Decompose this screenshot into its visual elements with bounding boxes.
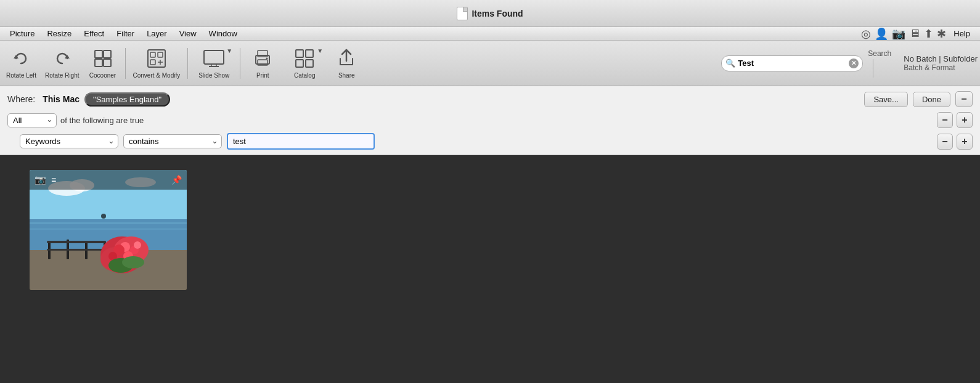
svg-point-44 bbox=[134, 241, 141, 249]
svg-rect-7 bbox=[150, 52, 155, 57]
menu-window[interactable]: Window bbox=[204, 28, 242, 39]
thumbnail-overlay: 📷 ≡ 📌 bbox=[30, 170, 187, 190]
svg-rect-12 bbox=[204, 50, 224, 64]
menu-bar: Picture Resize Effect Filter Layer View … bbox=[0, 27, 980, 41]
svg-rect-36 bbox=[47, 249, 106, 251]
rule-value-input[interactable] bbox=[227, 133, 375, 150]
collapse-button[interactable]: − bbox=[955, 91, 973, 107]
where-label: Where: bbox=[7, 94, 35, 104]
menu-layer[interactable]: Layer bbox=[142, 28, 172, 39]
thumbnail-list-icon: ≡ bbox=[51, 175, 56, 185]
save-button[interactable]: Save... bbox=[864, 92, 907, 107]
menu-filter[interactable]: Filter bbox=[112, 28, 139, 39]
filter-bar: Where: This Mac "Samples England" Save..… bbox=[0, 86, 980, 155]
share-label: Share bbox=[338, 72, 355, 79]
album-tag-button[interactable]: "Samples England" bbox=[84, 92, 170, 107]
toolbar-sep-3 bbox=[240, 48, 240, 79]
condition-plus-minus: − + bbox=[937, 112, 973, 128]
filter-action-buttons: Save... Done − bbox=[864, 91, 973, 107]
cocooner-label: Cocooner bbox=[89, 72, 116, 79]
svg-point-48 bbox=[101, 214, 106, 219]
person-icon[interactable]: 👤 bbox=[875, 27, 888, 41]
svg-rect-29 bbox=[30, 228, 187, 230]
share-button[interactable]: Share bbox=[328, 42, 365, 84]
condition-minus-button[interactable]: − bbox=[937, 112, 953, 128]
keywords-select-wrapper: Keywords Name Date Rating Comment bbox=[20, 134, 118, 148]
toolbar-right: 🔍 ✕ Search No Batch | Subfolder Batch & … bbox=[721, 42, 978, 84]
svg-rect-21 bbox=[296, 60, 303, 67]
svg-rect-22 bbox=[306, 60, 313, 67]
search-input[interactable] bbox=[738, 58, 846, 68]
catalog-button[interactable]: ▼ Catalog bbox=[282, 42, 327, 84]
target-icon[interactable]: ◎ bbox=[861, 27, 871, 41]
slide-show-label: Slide Show bbox=[198, 72, 229, 79]
toolbar-icon-group: ◎ 👤 📷 🖥 ⬆ ✱ bbox=[861, 27, 946, 41]
keywords-select[interactable]: Keywords Name Date Rating Comment bbox=[20, 134, 118, 148]
cocooner-button[interactable]: Cocooner bbox=[84, 42, 121, 84]
svg-rect-4 bbox=[95, 59, 102, 67]
svg-rect-5 bbox=[104, 59, 111, 67]
rotate-right-label: Rotate Right bbox=[45, 72, 80, 79]
svg-rect-9 bbox=[150, 60, 155, 65]
svg-rect-19 bbox=[296, 50, 303, 57]
contains-select[interactable]: contains does not contain starts with en… bbox=[123, 134, 222, 148]
menu-effect[interactable]: Effect bbox=[79, 28, 109, 39]
search-clear-button[interactable]: ✕ bbox=[849, 58, 859, 68]
svg-rect-28 bbox=[30, 222, 187, 224]
share-icon bbox=[335, 47, 357, 70]
menu-help[interactable]: Help bbox=[949, 28, 975, 39]
all-select[interactable]: All Any None bbox=[7, 113, 57, 127]
done-button[interactable]: Done bbox=[913, 92, 950, 107]
search-magnifier-icon: 🔍 bbox=[725, 58, 735, 68]
slide-show-icon bbox=[203, 47, 225, 70]
svg-point-18 bbox=[266, 57, 268, 59]
slideshow-dropdown-arrow: ▼ bbox=[226, 47, 232, 54]
rotate-left-icon bbox=[10, 47, 32, 70]
thumbnail-item[interactable]: 📷 ≡ 📌 bbox=[30, 170, 187, 290]
toolbar-sep-right bbox=[873, 59, 873, 78]
svg-rect-8 bbox=[158, 52, 163, 57]
title-bar-title: Items Found bbox=[457, 7, 523, 20]
window-title: Items Found bbox=[472, 9, 523, 18]
contains-select-wrapper: contains does not contain starts with en… bbox=[123, 134, 222, 148]
title-bar: Items Found bbox=[0, 0, 980, 27]
batch-format-value: No Batch | Subfolder bbox=[904, 54, 978, 63]
doc-icon bbox=[457, 7, 468, 20]
main-content: 📷 ≡ 📌 bbox=[0, 155, 980, 383]
all-select-wrapper: All Any None bbox=[7, 113, 57, 127]
menu-resize[interactable]: Resize bbox=[42, 28, 76, 39]
convert-modify-button[interactable]: Convert & Modify bbox=[129, 42, 184, 84]
convert-modify-icon bbox=[145, 47, 168, 70]
filter-conditions-row: All Any None of the following are true −… bbox=[7, 112, 973, 128]
slide-show-button[interactable]: ▼ Slide Show bbox=[192, 42, 236, 84]
rule-plus-button[interactable]: + bbox=[957, 134, 973, 150]
rule-plus-minus: − + bbox=[937, 134, 973, 150]
rotate-right-icon bbox=[51, 47, 73, 70]
print-button[interactable]: Print bbox=[244, 42, 281, 84]
toolbar-sep-2 bbox=[187, 48, 188, 79]
thumbnail-pin-icon: 📌 bbox=[171, 175, 182, 185]
print-icon bbox=[251, 47, 274, 70]
toolbar-sep-1 bbox=[125, 48, 126, 79]
toolbar: Rotate Left Rotate Right Cocooner bbox=[0, 41, 980, 86]
print-label: Print bbox=[256, 72, 269, 79]
location-label: This Mac bbox=[43, 94, 80, 104]
rotate-left-button[interactable]: Rotate Left bbox=[2, 42, 40, 84]
condition-text: of the following are true bbox=[60, 116, 144, 125]
filter-rule-row: Keywords Name Date Rating Comment contai… bbox=[7, 133, 973, 150]
svg-rect-3 bbox=[104, 50, 111, 58]
camera-icon2[interactable]: 📷 bbox=[892, 27, 905, 41]
thumbnail-camera-icon: 📷 bbox=[35, 174, 46, 185]
asterisk-icon[interactable]: ✱ bbox=[937, 27, 946, 41]
rotate-right-button[interactable]: Rotate Right bbox=[41, 42, 83, 84]
svg-rect-2 bbox=[95, 50, 102, 58]
convert-modify-label: Convert & Modify bbox=[133, 72, 181, 79]
catalog-label: Catalog bbox=[294, 72, 315, 79]
upload-icon[interactable]: ⬆ bbox=[924, 27, 933, 41]
menu-picture[interactable]: Picture bbox=[5, 28, 39, 39]
rule-minus-button[interactable]: − bbox=[937, 134, 953, 150]
display-icon[interactable]: 🖥 bbox=[909, 27, 920, 41]
condition-plus-button[interactable]: + bbox=[957, 112, 973, 128]
rotate-left-label: Rotate Left bbox=[6, 72, 36, 79]
menu-view[interactable]: View bbox=[174, 28, 202, 39]
